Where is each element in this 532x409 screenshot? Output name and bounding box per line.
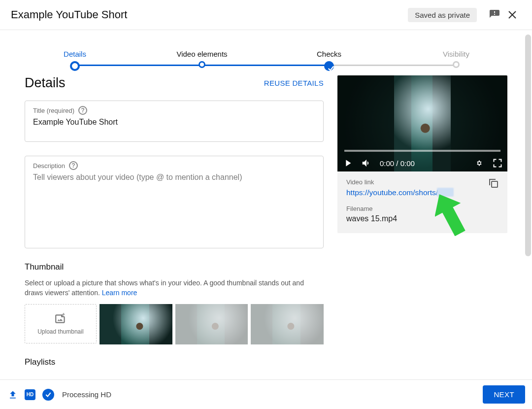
help-icon[interactable]: ? xyxy=(78,106,87,115)
title-input[interactable]: Example YouTube Short xyxy=(33,118,315,127)
step-details[interactable]: Details xyxy=(26,50,124,71)
filename-value: waves 15.mp4 xyxy=(346,214,499,223)
description-input[interactable]: Tell viewers about your video (type @ to… xyxy=(33,173,315,182)
svg-rect-0 xyxy=(492,181,498,187)
description-field-label: Description xyxy=(33,162,65,170)
save-status-badge: Saved as private xyxy=(408,8,477,22)
step-label: Video elements xyxy=(153,50,251,58)
upload-thumbnail-button[interactable]: Upload thumbnail xyxy=(25,304,97,343)
check-circle-icon xyxy=(42,389,54,401)
stepper: Details Video elements Checks Visibility xyxy=(0,30,532,71)
volume-icon[interactable] xyxy=(361,158,372,169)
thumbnail-option-2[interactable] xyxy=(175,304,248,344)
step-label: Details xyxy=(26,50,124,58)
video-time: 0:00 / 0:00 xyxy=(380,159,415,168)
video-player[interactable]: 0:00 / 0:00 xyxy=(337,75,507,171)
help-icon[interactable]: ? xyxy=(69,161,78,170)
upload-thumbnail-label: Upload thumbnail xyxy=(37,328,83,335)
feedback-button[interactable] xyxy=(486,6,503,24)
reuse-details-button[interactable]: REUSE DETAILS xyxy=(264,79,324,87)
thumbnail-desc: Select or upload a picture that shows wh… xyxy=(25,278,324,298)
filename-label: Filename xyxy=(346,205,499,212)
title-field[interactable]: Title (required) ? Example YouTube Short xyxy=(25,101,324,142)
playlists-heading: Playlists xyxy=(25,357,324,367)
video-preview-panel: 0:00 / 0:00 Video link https://youtube.c… xyxy=(337,75,507,233)
page-title: Example YouTube Short xyxy=(11,8,408,21)
svg-rect-2 xyxy=(10,397,16,398)
thumbnail-option-3[interactable] xyxy=(251,304,324,344)
close-button[interactable] xyxy=(503,6,521,24)
step-label: Visibility xyxy=(407,50,505,58)
hd-badge: HD xyxy=(25,389,35,400)
add-image-icon xyxy=(54,312,67,325)
step-node-disabled xyxy=(453,61,460,68)
step-visibility[interactable]: Visibility xyxy=(407,50,505,68)
step-node-checked xyxy=(324,61,334,71)
processing-status: Processing HD xyxy=(62,390,111,399)
video-link[interactable]: https://youtube.com/shorts/ xyxy=(346,188,454,197)
upload-icon xyxy=(8,390,18,400)
link-id-obscured xyxy=(437,188,454,197)
video-link-label: Video link xyxy=(346,178,499,186)
description-field[interactable]: Description ? Tell viewers about your vi… xyxy=(25,156,324,248)
scrollbar[interactable] xyxy=(524,34,532,379)
copy-link-button[interactable] xyxy=(488,177,499,191)
learn-more-link[interactable]: Learn more xyxy=(102,289,137,297)
step-node xyxy=(199,61,205,68)
feedback-icon xyxy=(489,9,500,21)
close-icon xyxy=(506,9,518,21)
play-icon[interactable] xyxy=(342,158,353,169)
title-field-label: Title (required) xyxy=(33,107,74,114)
thumbnail-option-1[interactable] xyxy=(100,304,172,344)
next-button[interactable]: NEXT xyxy=(483,385,525,404)
step-video-elements[interactable]: Video elements xyxy=(153,50,251,68)
scrollbar-thumb[interactable] xyxy=(525,34,531,256)
gear-icon[interactable] xyxy=(474,158,485,169)
step-label: Checks xyxy=(280,50,378,58)
step-checks[interactable]: Checks xyxy=(280,50,378,71)
details-heading: Details xyxy=(25,75,66,91)
fullscreen-icon[interactable] xyxy=(493,158,502,168)
thumbnail-heading: Thumbnail xyxy=(25,262,324,272)
step-node-active xyxy=(70,61,80,71)
video-scrubber[interactable] xyxy=(344,150,500,152)
copy-icon xyxy=(488,177,499,189)
